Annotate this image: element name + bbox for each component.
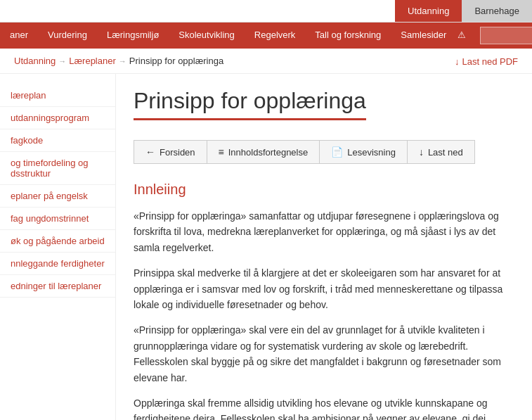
sidebar-item-6[interactable]: øk og pågående arbeid	[0, 230, 115, 253]
sidebar-item-5[interactable]: fag ungdomstrinnet	[0, 208, 115, 230]
innhold-label: Innholdsfortegnelse	[228, 147, 308, 158]
lesevisning-icon: 📄	[331, 146, 343, 158]
lesevisning-label: Lesevisning	[347, 147, 396, 158]
top-tabs: Utdanning Barnehage	[395, 0, 532, 22]
breadcrumb-lareplaner[interactable]: Læreplaner	[69, 56, 116, 66]
main-content: Prinsipp for opplæringa ← Forsiden ≡ Inn…	[116, 74, 532, 420]
breadcrumb-arrow-2: →	[119, 57, 126, 65]
sidebar-item-8[interactable]: edninger til læreplaner	[0, 275, 115, 298]
sidebar-item-0[interactable]: læreplan	[0, 84, 115, 107]
main-nav: aner Vurdering Læringsmiljø Skoleutvikli…	[0, 23, 532, 49]
paragraph-1: Prinsippa skal medverke til å klargjere …	[134, 265, 514, 312]
forsiden-icon: ←	[145, 146, 155, 158]
page-title: Prinsipp for opplæringa	[134, 88, 366, 120]
innhold-icon: ≡	[219, 146, 224, 158]
action-tab-innhold[interactable]: ≡ Innholdsfortegnelse	[207, 140, 320, 164]
page-layout: læreplan utdanningsprogram fagkode og ti…	[0, 74, 532, 420]
download-label: Last ned PDF	[462, 56, 519, 66]
lastned-icon: ↓	[419, 146, 424, 158]
nav-item-skoleutvikling[interactable]: Skoleutvikling	[169, 23, 245, 49]
nav-search: 🔍	[473, 23, 532, 49]
innleiing-section: Innleiing «Prinsipp for opplæringa» sama…	[134, 182, 514, 420]
breadcrumb-current: Prinsipp for opplæringa	[129, 56, 223, 66]
breadcrumb: Utdanning → Læreplaner → Prinsipp for op…	[0, 49, 532, 74]
tab-barnehage[interactable]: Barnehage	[462, 0, 532, 22]
nav-item-laringsmiljo[interactable]: Læringsmiljø	[97, 23, 169, 49]
sidebar-item-2[interactable]: fagkode	[0, 129, 115, 152]
nav-item-tall[interactable]: Tall og forskning	[305, 23, 391, 49]
nav-item-samlesider[interactable]: Samlesider	[391, 23, 456, 49]
sidebar-item-3[interactable]: og timefordeling og dsstruktur	[0, 152, 115, 185]
section-title-innleiing: Innleiing	[134, 182, 514, 198]
sidebar-item-7[interactable]: nnleggande ferdigheter	[0, 253, 115, 275]
tab-utdanning[interactable]: Utdanning	[395, 0, 462, 22]
action-tab-forsiden[interactable]: ← Forsiden	[134, 140, 207, 164]
sidebar: læreplan utdanningsprogram fagkode og ti…	[0, 74, 116, 420]
search-input[interactable]	[480, 27, 532, 44]
lastned-label: Last ned	[428, 147, 463, 158]
paragraph-0: «Prinsipp for opplæringa» samanfattar og…	[134, 208, 514, 255]
breadcrumb-arrow-1: →	[58, 57, 66, 65]
top-bar: Utdanning Barnehage	[0, 0, 532, 23]
nav-item-aner[interactable]: aner	[0, 23, 38, 49]
paragraph-2: «Prinsipp for opplæringa» skal vere ein …	[134, 322, 514, 386]
forsiden-label: Forsiden	[160, 147, 195, 158]
sidebar-item-1[interactable]: utdanningsprogram	[0, 107, 115, 129]
sidebar-item-4[interactable]: eplaner på engelsk	[0, 185, 115, 208]
action-tab-lesevisning[interactable]: 📄 Lesevisning	[319, 140, 408, 164]
download-icon: ↓	[455, 56, 460, 66]
nav-item-vurdering[interactable]: Vurdering	[38, 23, 97, 49]
action-tabs: ← Forsiden ≡ Innholdsfortegnelse 📄 Lesev…	[134, 140, 514, 164]
nav-item-regelverk[interactable]: Regelverk	[245, 23, 306, 49]
nav-item-samlesider-icon: ⚠	[456, 23, 473, 49]
action-tab-lastned[interactable]: ↓ Last ned	[407, 140, 475, 164]
download-pdf-link[interactable]: ↓ Last ned PDF	[455, 56, 518, 66]
paragraph-3: Opplæringa skal fremme allsidig utviklin…	[134, 395, 514, 420]
breadcrumb-utdanning[interactable]: Utdanning	[14, 56, 56, 66]
